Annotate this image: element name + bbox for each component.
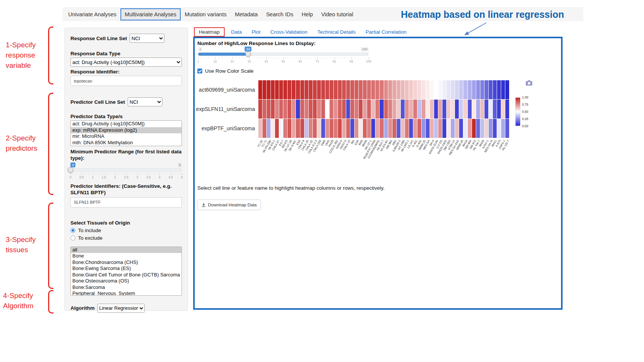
tab-heatmap[interactable]: Heatmap [194, 27, 225, 37]
lines-slider[interactable]: 1 100 30 1112131415161718191100 [198, 47, 369, 64]
response-cell-line-set-select[interactable]: NCI [130, 34, 164, 43]
heatmap-cell [426, 119, 430, 138]
camera-button[interactable] [525, 80, 533, 87]
heatmap-cell [392, 100, 396, 119]
annotation-step-4: 4-Specify Algorithm [3, 291, 33, 311]
tab-technical-details[interactable]: Technical Details [313, 27, 361, 37]
tab-cross-validation[interactable]: Cross-Validation [266, 27, 313, 37]
heatmap-cell [334, 100, 338, 119]
response-data-type-select[interactable]: act: Drug Activity (-log10[IC50M]) [70, 58, 182, 67]
nav-metadata[interactable]: Metadata [231, 8, 262, 20]
heatmap-cell [338, 119, 342, 138]
slider-grid: 00.511.522.533.544.55 [70, 163, 182, 180]
slider-minor-tick [321, 57, 321, 58]
nav-video-tutorial[interactable]: Video tutorial [317, 8, 357, 20]
download-heatmap-data-button[interactable]: Download Heatmap Data [197, 200, 261, 210]
predictor-cell-line-set-select[interactable]: NCI [128, 97, 163, 106]
heatmap-cell [296, 119, 300, 138]
slider-minor-tick [270, 57, 270, 58]
tissue-radio-exclude[interactable]: To exclude [70, 235, 182, 241]
slider-minor-tick [166, 173, 167, 174]
heatmap-row-label[interactable]: expBPTF_uniSarcoma [195, 119, 258, 138]
slider-tick-label: 91 [350, 59, 353, 63]
slider-minor-tick [277, 57, 277, 58]
use-row-color-scale-checkbox[interactable]: Use Row Color Scale [197, 68, 253, 74]
heatmap-cell [438, 80, 442, 99]
heatmap-cell [485, 119, 488, 138]
heatmap-row-label[interactable]: act609699_uniSarcoma [195, 80, 258, 99]
slider-tick-label: 51 [281, 59, 285, 63]
heatmap-cell [296, 100, 300, 119]
predictor-data-type-option[interactable]: act: Drug Activity (-log10[IC50M]) [71, 121, 181, 127]
predictor-data-type-option[interactable]: exp: mRNA Expression (log2) [71, 127, 181, 134]
heatmap-cell [305, 119, 308, 138]
response-identifier-input[interactable] [70, 76, 182, 86]
slider-minor-tick [124, 173, 124, 174]
nav-multivariate-analyses[interactable]: Multivariate Analyses [120, 8, 180, 20]
heatmap-cell [380, 119, 383, 138]
predictor-identifiers-input[interactable] [70, 197, 182, 208]
heatmap-cell [472, 119, 476, 138]
download-icon [202, 203, 206, 207]
tissue-radio-include[interactable]: To include [70, 228, 182, 233]
colorbar-tick-label: 1.00 [522, 95, 528, 99]
nav-mutation-variants[interactable]: Mutation variants [181, 8, 231, 20]
heatmap-cell [397, 80, 400, 99]
slider-minor-tick [225, 57, 226, 58]
heatmap-cell [325, 100, 329, 119]
heatmap-cell [501, 100, 505, 119]
heatmap-cell [355, 100, 358, 119]
tab-plot[interactable]: Plot [247, 27, 265, 37]
tab-data[interactable]: Data [226, 27, 247, 37]
tissue-option[interactable]: Bone:Giant Cell Tumor of Bone (GCTB) Sar… [71, 272, 181, 278]
slider-tick-label: 2 [114, 175, 116, 179]
heatmap-cell [371, 80, 375, 99]
heatmap-cell [451, 80, 455, 99]
check-icon [197, 69, 202, 73]
predictor-data-type-option[interactable]: mir: MicroRNA [71, 133, 181, 140]
heatmap-cell [463, 119, 467, 138]
tissue-option[interactable]: Peripheral_Nervous_System [71, 290, 181, 296]
slider-handle[interactable] [68, 167, 73, 173]
heatmap-cell [359, 80, 363, 99]
slider-tick-label: 81 [333, 59, 336, 63]
slider-minor-tick [106, 173, 106, 174]
tissue-option[interactable]: Bone:Chondrosarcoma (CHS) [71, 259, 181, 266]
heatmap-cell [271, 80, 275, 99]
heatmap-cell [371, 119, 375, 138]
slider-tick [126, 173, 127, 175]
slider-tick [137, 173, 138, 175]
tissue-option[interactable]: all [71, 247, 181, 253]
heatmap-cell [288, 119, 291, 138]
heatmap-cell [317, 100, 321, 119]
slider-handle[interactable] [245, 51, 251, 57]
slider-tick [81, 173, 82, 175]
heatmap-cell [417, 100, 421, 119]
heatmap-cell [359, 119, 363, 138]
heatmap-cell [497, 119, 501, 138]
algorithm-select[interactable]: Linear Regression [97, 304, 145, 313]
checkbox-label: Use Row Color Scale [205, 68, 253, 74]
nav-help[interactable]: Help [297, 8, 317, 20]
slider-minor-tick [75, 173, 75, 174]
heatmap-cell [455, 119, 459, 138]
tissue-option[interactable]: Bone [71, 253, 181, 259]
tab-partial-correlation[interactable]: Partial Correlation [361, 27, 411, 37]
tissue-option[interactable]: Bone:Osteosarcoma (OS) [71, 278, 181, 284]
radio-icon [70, 236, 75, 240]
nav-univariate-analyses[interactable]: Univariate Analyses [64, 8, 120, 20]
tissue-option[interactable]: Bone:Ewing Sarcoma (ES) [71, 265, 181, 272]
slider-minor-tick [236, 57, 236, 58]
predictor-data-type-option[interactable]: mth: DNA 850K Methylation [71, 140, 181, 146]
heatmap-cell [459, 100, 463, 119]
slider-tick-label: 3 [136, 175, 138, 179]
slider-minor-tick [77, 173, 78, 174]
heatmap-row-label[interactable]: expSLFN11_uniSarcoma [195, 100, 258, 119]
slider-tick-label: 61 [299, 59, 302, 63]
heatmap-cell [388, 119, 392, 138]
slider-minor-tick [111, 173, 111, 174]
tissue-option[interactable]: Bone:Sarcoma [71, 284, 181, 291]
heatmap-cell [388, 80, 392, 99]
nav-search-ids[interactable]: Search IDs [262, 8, 297, 20]
min-predictor-range-slider[interactable]: 5 0 00.511.522.533.544.55 [70, 163, 182, 180]
